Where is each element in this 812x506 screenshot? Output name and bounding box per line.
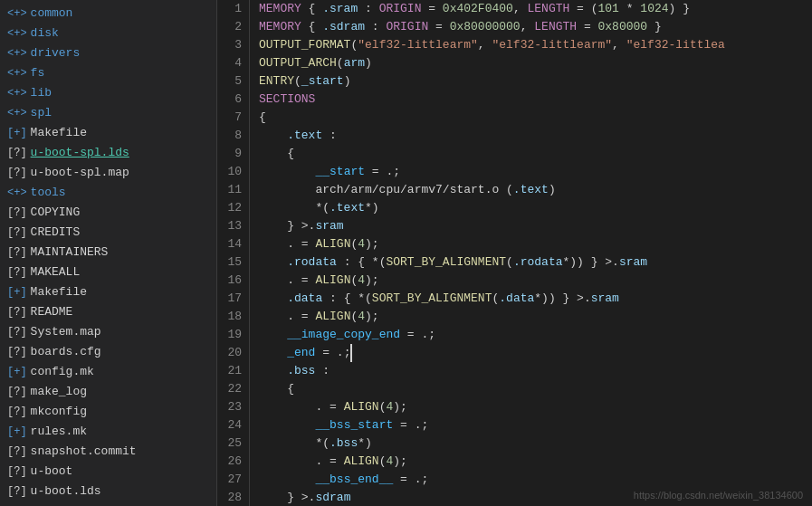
line-content: { bbox=[250, 380, 294, 398]
sidebar-item-config-mk[interactable]: [+] config.mk bbox=[0, 362, 216, 382]
line-content: __bss_start = .; bbox=[250, 416, 428, 434]
sidebar-item-spl[interactable]: <+> spl bbox=[0, 103, 216, 123]
prefix-icon: [+] bbox=[7, 423, 27, 441]
sidebar-item-snapshot-commit[interactable]: [?] snapshot.commit bbox=[0, 442, 216, 462]
sidebar-item-label: u-boot bbox=[31, 463, 73, 481]
prefix-icon: [+] bbox=[7, 363, 27, 381]
sidebar-item-u-boot-lds[interactable]: [?] u-boot.lds bbox=[0, 482, 216, 501]
prefix-icon: [+] bbox=[7, 283, 27, 301]
sidebar-item-label: CREDITS bbox=[31, 224, 81, 242]
code-line: 10 __start = .; bbox=[217, 163, 812, 181]
line-number: 8 bbox=[217, 127, 250, 145]
sidebar-item-u-boot-spl-lds[interactable]: [?] u-boot-spl.lds bbox=[0, 143, 216, 163]
line-number: 24 bbox=[217, 416, 250, 434]
code-line: 22 { bbox=[217, 380, 812, 398]
line-number: 3 bbox=[217, 36, 250, 54]
line-content: MEMORY { .sram : ORIGIN = 0x402F0400, LE… bbox=[250, 0, 690, 18]
code-line: 18 . = ALIGN(4); bbox=[217, 308, 812, 326]
sidebar-item-u-boot-spl-map[interactable]: [?] u-boot-spl.map bbox=[0, 163, 216, 183]
line-number: 14 bbox=[217, 235, 250, 253]
sidebar-item-label: mkconfig bbox=[31, 403, 87, 421]
sidebar-item-credits[interactable]: [?] CREDITS bbox=[0, 223, 216, 243]
sidebar-item-label: config.mk bbox=[31, 363, 94, 381]
sidebar-item-label: tools bbox=[31, 184, 66, 202]
prefix-icon: [?] bbox=[7, 343, 27, 361]
prefix-icon: <+> bbox=[7, 104, 27, 122]
code-line: 4 OUTPUT_ARCH(arm) bbox=[217, 54, 812, 72]
sidebar-item-label: common bbox=[31, 5, 73, 23]
prefix-icon: [?] bbox=[7, 144, 27, 162]
file-tree[interactable]: <+> common <+> disk <+> drivers <+> fs <… bbox=[0, 0, 217, 506]
line-number: 10 bbox=[217, 163, 250, 181]
line-number: 25 bbox=[217, 434, 250, 453]
line-content: SECTIONS bbox=[250, 91, 315, 109]
code-line: 13 } >.sram bbox=[217, 217, 812, 235]
code-line: 27 __bss_end__ = .; bbox=[217, 471, 812, 489]
line-content: . = ALIGN(4); bbox=[250, 453, 407, 471]
sidebar-item-boards-cfg[interactable]: [?] boards.cfg bbox=[0, 342, 216, 362]
line-content: __image_copy_end = .; bbox=[250, 326, 435, 344]
sidebar-item-make-log[interactable]: [?] make_log bbox=[0, 382, 216, 402]
sidebar-item-copying[interactable]: [?] COPYING bbox=[0, 203, 216, 223]
sidebar-item-disk[interactable]: <+> disk bbox=[0, 24, 216, 43]
line-content: __bss_end__ = .; bbox=[250, 471, 428, 489]
line-number: 4 bbox=[217, 54, 250, 72]
line-content: .text : bbox=[250, 127, 337, 145]
sidebar-item-label: Makefile bbox=[31, 124, 87, 142]
sidebar-item-label: drivers bbox=[31, 44, 81, 62]
sidebar-item-label: README bbox=[31, 303, 73, 321]
sidebar-item-label: COPYING bbox=[31, 204, 81, 222]
sidebar-item-makeall[interactable]: [?] MAKEALL bbox=[0, 263, 216, 282]
sidebar-item-label: u-boot.lds bbox=[31, 482, 101, 501]
prefix-icon: <+> bbox=[7, 64, 27, 82]
sidebar-item-label: spl bbox=[31, 104, 52, 122]
sidebar-item-makefile1[interactable]: [+] Makefile bbox=[0, 123, 216, 143]
sidebar-item-tools[interactable]: <+> tools bbox=[0, 183, 216, 203]
prefix-icon: [?] bbox=[7, 443, 27, 461]
prefix-icon: [?] bbox=[7, 224, 27, 242]
code-line: 16 . = ALIGN(4); bbox=[217, 272, 812, 290]
line-number: 17 bbox=[217, 290, 250, 308]
sidebar-item-u-boot-map[interactable]: [?] u-boot.map bbox=[0, 501, 216, 506]
line-content: . = ALIGN(4); bbox=[250, 272, 379, 290]
prefix-icon: [+] bbox=[7, 124, 27, 142]
line-content: arch/arm/cpu/armv7/start.o (.text) bbox=[250, 181, 556, 199]
code-line: 3 OUTPUT_FORMAT("elf32-littlearm", "elf3… bbox=[217, 36, 812, 54]
sidebar-item-lib[interactable]: <+> lib bbox=[0, 83, 216, 103]
sidebar-item-fs[interactable]: <+> fs bbox=[0, 63, 216, 83]
sidebar-item-label: u-boot-spl.map bbox=[31, 164, 129, 182]
prefix-icon: [?] bbox=[7, 303, 27, 321]
sidebar-item-label: make_log bbox=[31, 383, 87, 401]
sidebar-item-drivers[interactable]: <+> drivers bbox=[0, 43, 216, 63]
sidebar-item-rules-mk[interactable]: [+] rules.mk bbox=[0, 422, 216, 442]
line-number: 16 bbox=[217, 272, 250, 290]
code-line: 5 ENTRY(_start) bbox=[217, 72, 812, 91]
line-content: . = ALIGN(4); bbox=[250, 308, 379, 326]
sidebar-item-mkconfig[interactable]: [?] mkconfig bbox=[0, 402, 216, 422]
sidebar-item-system-map[interactable]: [?] System.map bbox=[0, 322, 216, 342]
line-number: 23 bbox=[217, 398, 250, 416]
prefix-icon: [?] bbox=[7, 383, 27, 401]
code-line: 2 MEMORY { .sdram : ORIGIN = 0x80000000,… bbox=[217, 18, 812, 36]
line-number: 13 bbox=[217, 217, 250, 235]
code-line: 6 SECTIONS bbox=[217, 91, 812, 109]
line-content: __start = .; bbox=[250, 163, 400, 181]
sidebar-item-label: MAKEALL bbox=[31, 263, 81, 282]
watermark: https://blog.csdn.net/weixin_38134600 bbox=[634, 490, 803, 501]
sidebar-item-common[interactable]: <+> common bbox=[0, 4, 216, 24]
sidebar-item-makefile2[interactable]: [+] Makefile bbox=[0, 282, 216, 302]
code-line: 21 .bss : bbox=[217, 362, 812, 380]
line-number: 19 bbox=[217, 326, 250, 344]
line-content: .bss : bbox=[250, 362, 330, 380]
line-number: 20 bbox=[217, 344, 250, 362]
code-line: 1 MEMORY { .sram : ORIGIN = 0x402F0400, … bbox=[217, 0, 812, 18]
code-line: 17 .data : { *(SORT_BY_ALIGNMENT(.data*)… bbox=[217, 290, 812, 308]
line-content: { bbox=[250, 109, 266, 127]
sidebar-item-u-boot[interactable]: [?] u-boot bbox=[0, 462, 216, 482]
code-line: 12 *(.text*) bbox=[217, 199, 812, 217]
sidebar-item-readme[interactable]: [?] README bbox=[0, 302, 216, 322]
code-line: 26 . = ALIGN(4); bbox=[217, 453, 812, 471]
sidebar-item-maintainers[interactable]: [?] MAINTAINERS bbox=[0, 243, 216, 263]
prefix-icon: <+> bbox=[7, 5, 27, 23]
line-content: *(.text*) bbox=[250, 199, 379, 217]
